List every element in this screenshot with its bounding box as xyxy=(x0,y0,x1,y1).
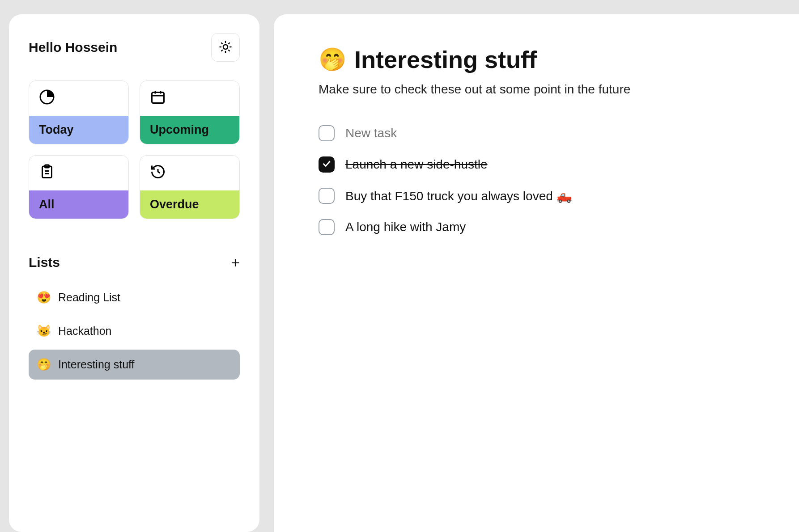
filter-upcoming-label: Upcoming xyxy=(140,116,239,144)
theme-toggle-button[interactable] xyxy=(211,33,240,62)
filter-grid: Today Upcoming All Overdue xyxy=(29,80,240,219)
history-icon xyxy=(140,164,239,190)
task-row: A long hike with Jamy xyxy=(319,219,754,235)
list-item-label: Interesting stuff xyxy=(58,358,134,371)
sidebar-header: Hello Hossein xyxy=(29,33,240,62)
task-text[interactable]: Buy that F150 truck you always loved 🛻 xyxy=(345,189,572,203)
task-row: Launch a new side-hustle xyxy=(319,156,754,173)
list-item-label: Hackathon xyxy=(58,325,112,338)
filter-upcoming[interactable]: Upcoming xyxy=(140,80,240,144)
task-row: Buy that F150 truck you always loved 🛻 xyxy=(319,188,754,204)
plus-icon: + xyxy=(231,254,240,271)
svg-line-3 xyxy=(221,43,222,44)
list-emoji: 😼 xyxy=(37,324,51,338)
lists-container: 😍 Reading List 😼 Hackathon 🤭 Interesting… xyxy=(29,283,240,380)
task-text[interactable]: Launch a new side-hustle xyxy=(345,157,551,172)
page-title-emoji: 🤭 xyxy=(319,46,346,72)
calendar-icon xyxy=(140,89,239,116)
task-checkbox[interactable] xyxy=(319,188,335,204)
new-task-checkbox[interactable] xyxy=(319,125,335,141)
lists-title: Lists xyxy=(29,255,60,270)
svg-line-7 xyxy=(221,50,222,51)
lists-header: Lists + xyxy=(29,255,240,270)
svg-line-8 xyxy=(229,43,230,44)
task-list: Launch a new side-hustle Buy that F150 t… xyxy=(319,125,754,235)
new-task-row xyxy=(319,125,754,141)
page-subtitle: Make sure to check these out at some poi… xyxy=(319,82,754,97)
page-title-row: 🤭 Interesting stuff xyxy=(319,46,754,73)
filter-all-label: All xyxy=(29,190,128,219)
list-item-reading-list[interactable]: 😍 Reading List xyxy=(29,283,240,312)
filter-overdue-label: Overdue xyxy=(140,190,239,219)
greeting-text: Hello Hossein xyxy=(29,40,117,55)
main-panel: 🤭 Interesting stuff Make sure to check t… xyxy=(274,14,799,532)
sidebar: Hello Hossein Toda xyxy=(9,14,259,532)
task-checkbox[interactable] xyxy=(319,219,335,235)
list-emoji: 🤭 xyxy=(37,358,51,372)
filter-overdue[interactable]: Overdue xyxy=(140,155,240,219)
list-item-interesting-stuff[interactable]: 🤭 Interesting stuff xyxy=(29,350,240,380)
add-list-button[interactable]: + xyxy=(231,255,240,270)
svg-line-19 xyxy=(158,172,160,173)
page-title: Interesting stuff xyxy=(354,46,537,73)
list-item-hackathon[interactable]: 😼 Hackathon xyxy=(29,316,240,346)
svg-rect-10 xyxy=(152,93,164,103)
list-item-label: Reading List xyxy=(58,291,120,304)
filter-today[interactable]: Today xyxy=(29,80,129,144)
filter-today-label: Today xyxy=(29,116,128,144)
check-icon xyxy=(322,159,332,170)
new-task-input[interactable] xyxy=(345,126,754,140)
svg-point-0 xyxy=(223,45,228,49)
filter-all[interactable]: All xyxy=(29,155,129,219)
list-emoji: 😍 xyxy=(37,291,51,304)
sun-icon xyxy=(219,40,232,55)
clock-icon xyxy=(29,89,128,116)
task-checkbox[interactable] xyxy=(319,156,335,173)
task-text[interactable]: A long hike with Jamy xyxy=(345,220,466,234)
clipboard-icon xyxy=(29,164,128,190)
svg-line-4 xyxy=(229,50,230,51)
